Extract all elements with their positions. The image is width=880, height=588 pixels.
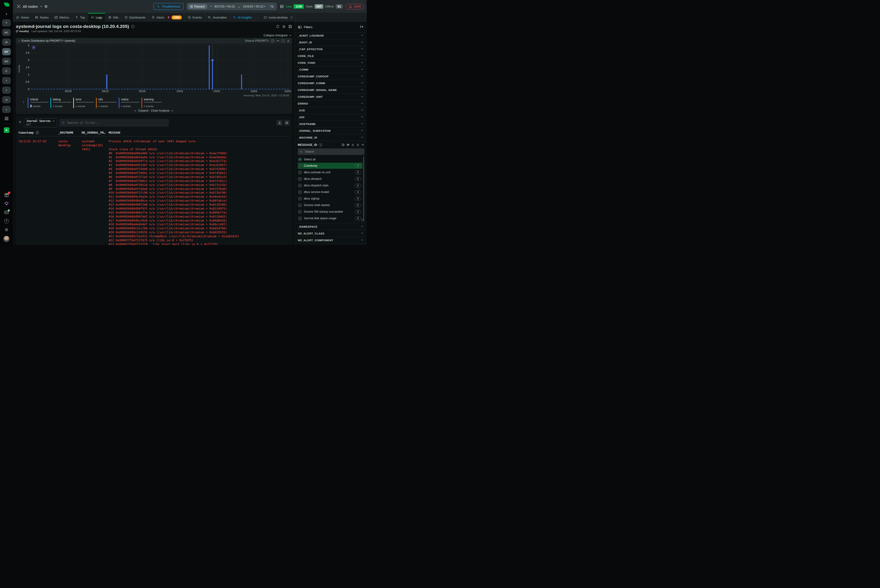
filter-section-kernel-subsystem[interactable]: _KERNEL_SUBSYSTEM <box>295 128 367 134</box>
filter-section-coredump-unit[interactable]: COREDUMP_UNIT <box>295 93 367 100</box>
log-row[interactable]: 10/2/25 16:57:02 costa-desktop systemd-c… <box>18 136 290 245</box>
scope-gear-icon[interactable]: ⚙ <box>44 4 48 9</box>
tab-metrics[interactable]: Metrics <box>52 13 72 22</box>
tab-ai-insights[interactable]: AI Insights <box>230 13 255 22</box>
settings-gear-icon[interactable]: ⚙ <box>4 227 9 232</box>
column-header-journal-process[interactable]: ND_JOURNAL_PR… <box>82 131 108 134</box>
select-all-option[interactable]: Select all <box>298 157 363 162</box>
filter-section-gid[interactable]: _GID <box>295 114 367 121</box>
sort-az-icon[interactable]: AZ <box>351 143 355 146</box>
filter-section-comm[interactable]: _COMM <box>295 66 367 73</box>
export-download-button[interactable] <box>277 120 283 126</box>
tab-nodes[interactable]: Nodes <box>32 13 52 22</box>
offline-count-badge[interactable]: 51 <box>336 4 343 9</box>
filter-option-gnome-shell-started[interactable]: Gnome shell started0 <box>298 202 363 208</box>
column-header-hostname[interactable]: _HOSTNAME <box>58 131 82 134</box>
workspace-nc-1[interactable]: NC <box>2 29 11 36</box>
logs-search[interactable] <box>59 119 169 127</box>
source-info-icon[interactable]: i <box>271 39 274 42</box>
legend-item-notice[interactable]: notice-events <box>119 98 141 108</box>
exclude-ban-icon[interactable] <box>341 143 344 146</box>
filter-option-dbus-dirwatch[interactable]: dbus dirwatch0 <box>298 176 363 182</box>
filter-section-nd-alert-class[interactable]: ND_ALERT_CLASS <box>295 230 367 237</box>
checkbox[interactable] <box>298 190 302 194</box>
journal-sources-select[interactable]: Journal Sources all <box>24 118 57 127</box>
collapse-histogram-toggle[interactable]: Collapse histogram <box>16 34 292 37</box>
download-icon[interactable] <box>287 39 290 42</box>
troubleshoot-button[interactable]: Troubleshoot <box>153 3 184 10</box>
timestamp-info-icon[interactable]: i <box>36 131 39 134</box>
alerts-total-pill[interactable]: 1044 <box>346 4 364 9</box>
table-settings-button[interactable]: ⚙ <box>284 120 290 126</box>
tab-costa-desktop[interactable]: costa-desktop <box>261 13 296 22</box>
menu-icon[interactable] <box>5 117 9 120</box>
filter-option-coredump[interactable]: Coredump7 <box>298 163 363 169</box>
chart-source-label[interactable]: Source PRIORITY <box>245 39 269 42</box>
filter-section-code-file[interactable]: CODE_FILE <box>295 53 367 60</box>
filter-section-errno[interactable]: ERRNO <box>295 100 367 107</box>
time-range-picker[interactable]: Paused 9/27/25 • 00:22 → 10/4/25 • 00:22… <box>187 3 277 10</box>
filter-option-dbus-activate-no-unit[interactable]: dbus activate no unit0 <box>298 169 363 176</box>
chart-plot[interactable] <box>31 45 290 89</box>
checkbox[interactable] <box>298 197 302 201</box>
workspace-t-0[interactable]: T <box>2 19 11 27</box>
checkbox[interactable] <box>298 204 302 207</box>
filter-section-coredump-signal-name[interactable]: COREDUMP_SIGNAL_NAME <box>295 87 367 93</box>
user-avatar[interactable] <box>3 236 10 242</box>
anomalies-toggle-icon[interactable] <box>276 39 280 42</box>
hide-eye-off-icon[interactable] <box>346 143 349 146</box>
filter-section-namespace[interactable]: _NAMESPACE <box>295 224 367 230</box>
invite-mail-icon[interactable] <box>4 210 9 215</box>
filter-option-dbus-service-invalid[interactable]: dbus service invalid0 <box>298 189 363 195</box>
checkbox[interactable] <box>298 210 302 214</box>
paused-pill[interactable]: Paused <box>188 4 208 9</box>
node-scope-selector[interactable]: All nodes <box>17 4 42 9</box>
legend-item-warning[interactable]: warning-events <box>141 98 164 108</box>
live-count-badge[interactable]: 1236 <box>293 4 304 9</box>
tab-k8s[interactable]: K8s <box>105 13 121 22</box>
histogram-bar[interactable] <box>212 60 213 89</box>
legend-item-error[interactable]: error-events <box>73 98 96 108</box>
legend-item-critical[interactable]: critical2events <box>28 98 50 108</box>
save-icon[interactable] <box>288 25 292 28</box>
expand-chart-analysis[interactable]: » Expand - Chart Analysis » <box>16 108 292 114</box>
expand-rail-icon[interactable]: › <box>6 12 7 16</box>
legend-sort-icon[interactable]: ↓ <box>23 100 24 104</box>
help-icon[interactable]: ? <box>4 219 9 224</box>
histogram-bar[interactable] <box>209 45 210 89</box>
histogram-bar[interactable] <box>106 75 107 89</box>
workspace-u-8[interactable]: U <box>2 96 11 104</box>
filter-option-journal-disk-space-usage[interactable]: Journal disk space usage0 <box>298 215 363 221</box>
checkbox[interactable] <box>298 177 302 181</box>
workspace-t-6[interactable]: t <box>2 77 11 84</box>
gift-icon[interactable] <box>4 192 9 198</box>
fullscreen-icon[interactable] <box>281 39 284 42</box>
filter-section-hostname[interactable]: _HOSTNAME <box>295 121 367 128</box>
tab-alerts[interactable]: Alerts01065 <box>149 13 185 22</box>
drag-handle-icon[interactable] <box>290 16 293 19</box>
checkbox[interactable] <box>298 184 302 188</box>
filter-section-audit-loginuid[interactable]: _AUDIT_LOGINUID <box>295 32 367 39</box>
legend-item-debug[interactable]: debug-events <box>50 98 73 108</box>
filter-option-gnome-sm-startup-succeeded[interactable]: Gnome SM startup succeeded0 <box>298 208 363 215</box>
collapse-panel-icon[interactable] <box>360 25 364 29</box>
tab-logs[interactable]: Logs <box>88 13 105 22</box>
workspace-np-3[interactable]: NP <box>2 48 11 56</box>
legend-item-info[interactable]: info-events <box>96 98 119 108</box>
title-info-icon[interactable]: i <box>131 25 134 28</box>
lightbulb-icon[interactable] <box>4 201 9 206</box>
tab-anomalies[interactable]: Anomalies <box>205 13 230 22</box>
workspace-i-9[interactable]: i <box>2 106 11 113</box>
message-id-search-input[interactable] <box>304 150 362 154</box>
workspace-t-7[interactable]: t <box>2 87 11 94</box>
filter-section-nd-alert-name[interactable]: ND_ALERT_NAME <box>295 244 367 245</box>
stale-count-badge[interactable]: 307 <box>314 4 323 9</box>
column-header-message[interactable]: MESSAGE <box>108 131 290 134</box>
chart-settings-gear-icon[interactable]: ⚙ <box>283 25 286 28</box>
filter-section-nd-alert-component[interactable]: ND_ALERT_COMPONENT <box>295 237 367 244</box>
anomaly-ribbon-icon[interactable] <box>32 45 35 49</box>
filter-section-machine-id[interactable]: _MACHINE_ID <box>295 134 367 141</box>
logs-search-input[interactable] <box>67 121 166 125</box>
filter-funnel-icon[interactable] <box>18 120 22 125</box>
filter-section-coredump-comm[interactable]: COREDUMP_COMM <box>295 80 367 87</box>
